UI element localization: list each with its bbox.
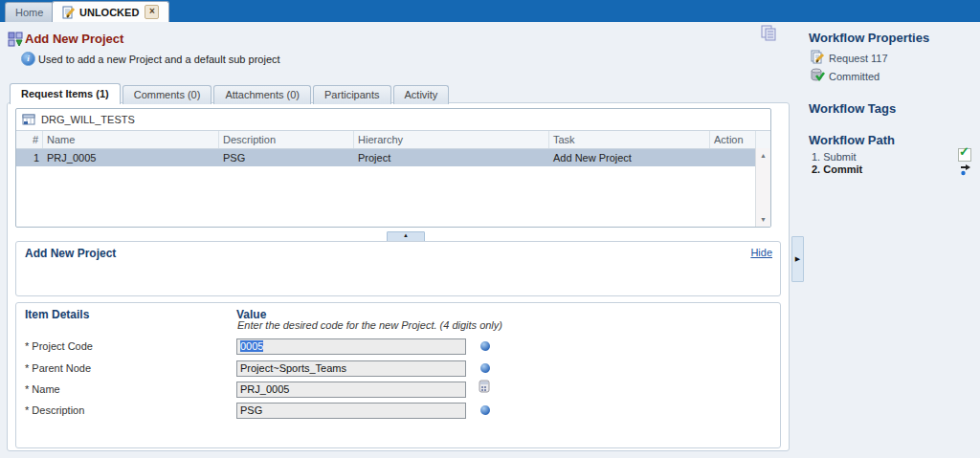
request-tab-strip: Request Items (1) Comments (0) Attachmen… xyxy=(10,83,449,104)
document-edit-icon xyxy=(62,6,76,19)
application-window: Home UNLOCKED × Add New Project i Used t… xyxy=(0,0,980,458)
check-glyph: ✓ xyxy=(959,144,969,159)
item-details-section: Item Details Value Enter the desired cod… xyxy=(15,302,781,448)
row-description: PSG xyxy=(219,149,354,166)
description-info-icon[interactable] xyxy=(480,405,490,415)
workflow-status-label: Committed xyxy=(829,71,880,82)
row-name: PRJ_0005 xyxy=(43,149,219,166)
workflow-step-commit: 2. Commit xyxy=(812,164,862,175)
page-title: Add New Project xyxy=(25,32,123,46)
column-header-spacer xyxy=(756,131,770,148)
column-header-name[interactable]: Name xyxy=(43,131,219,148)
tab-home-label: Home xyxy=(15,7,43,18)
copy-report-icon[interactable] xyxy=(761,25,777,45)
grid-title-bar: DRG_WILL_TESTS xyxy=(16,109,770,130)
scroll-up-icon[interactable]: ▲ xyxy=(756,149,770,162)
row-action xyxy=(710,149,756,166)
description-value: PSG xyxy=(240,404,262,416)
tab-participants[interactable]: Participants xyxy=(313,85,390,104)
parent-node-value: Project~Sports_Teams xyxy=(240,362,346,374)
grid-scrollbar[interactable]: ▲ ▼ xyxy=(755,148,770,227)
name-value: PRJ_0005 xyxy=(240,383,289,395)
grid-header-row: # Name Description Hierarchy Task Action xyxy=(16,130,770,149)
project-code-info-icon[interactable] xyxy=(480,341,490,351)
tab-unlocked[interactable]: UNLOCKED × xyxy=(52,1,169,22)
expand-panel-handle[interactable]: ▶ xyxy=(791,236,804,282)
workflow-path-title: Workflow Path xyxy=(809,133,895,147)
tab-activity[interactable]: Activity xyxy=(393,85,450,104)
workflow-step-submit: 1. Submit xyxy=(812,151,856,163)
hide-link[interactable]: Hide xyxy=(750,247,772,258)
item-details-title: Item Details xyxy=(25,308,89,321)
info-icon: i xyxy=(21,52,35,66)
current-step-flow-icon xyxy=(960,163,971,180)
column-header-action[interactable]: Action xyxy=(710,131,756,148)
project-code-input[interactable]: 0005 xyxy=(236,338,466,355)
grid-title-label: DRG_WILL_TESTS xyxy=(41,114,135,125)
row-task: Add New Project xyxy=(549,149,710,166)
workflow-request-label[interactable]: Request 117 xyxy=(829,53,888,64)
page-description: Used to add a new Project and a default … xyxy=(38,54,280,65)
tab-comments[interactable]: Comments (0) xyxy=(122,85,212,104)
description-input[interactable]: PSG xyxy=(236,403,466,419)
workflow-tags-title: Workflow Tags xyxy=(809,101,896,116)
step-complete-check-icon: ✓ xyxy=(958,148,971,162)
row-num: 1 xyxy=(16,149,43,166)
parent-node-input[interactable]: Project~Sports_Teams xyxy=(236,360,466,377)
tab-unlocked-label: UNLOCKED xyxy=(79,7,139,18)
tab-attachments[interactable]: Attachments (0) xyxy=(213,85,311,104)
column-header-hierarchy[interactable]: Hierarchy xyxy=(354,131,549,148)
project-code-label: * Project Code xyxy=(25,340,93,352)
description-label: * Description xyxy=(25,404,84,416)
request-items-grid: DRG_WILL_TESTS # Name Description Hierar… xyxy=(15,108,771,228)
row-hierarchy: Project xyxy=(354,149,549,166)
request-doc-icon xyxy=(811,50,825,68)
parent-node-label: * Parent Node xyxy=(25,362,91,374)
table-row[interactable]: 1 PRJ_0005 PSG Project Add New Project xyxy=(16,149,770,166)
name-memo-icon[interactable] xyxy=(479,380,491,397)
column-header-description[interactable]: Description xyxy=(219,131,354,148)
parent-node-info-icon[interactable] xyxy=(480,363,490,373)
tab-home[interactable]: Home xyxy=(5,2,54,22)
name-input[interactable]: PRJ_0005 xyxy=(236,382,466,398)
task-detail-title: Add New Project xyxy=(25,247,116,260)
column-header-num[interactable]: # xyxy=(16,131,43,148)
grid-table-icon xyxy=(22,113,35,126)
column-header-task[interactable]: Task xyxy=(549,131,710,148)
committed-status-icon xyxy=(811,68,825,86)
name-label: * Name xyxy=(25,383,60,395)
close-icon[interactable]: × xyxy=(145,5,159,19)
scroll-down-icon[interactable]: ▼ xyxy=(756,213,770,226)
project-code-value: 0005 xyxy=(240,340,263,352)
task-detail-section: Add New Project Hide xyxy=(15,241,781,296)
workflow-properties-title: Workflow Properties xyxy=(809,31,929,45)
project-code-hint: Enter the desired code for the new Proje… xyxy=(237,319,502,331)
tab-request-items[interactable]: Request Items (1) xyxy=(10,83,121,104)
add-project-icon xyxy=(8,32,23,51)
